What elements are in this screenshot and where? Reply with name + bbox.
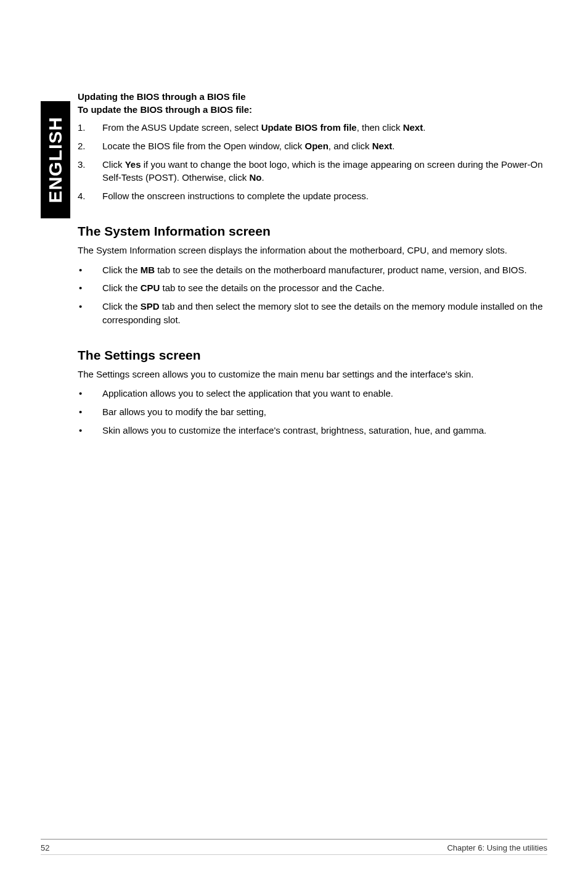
list-text: Click the MB tab to see the details on t… bbox=[102, 263, 546, 277]
list-text: Click the SPD tab and then select the me… bbox=[102, 300, 546, 327]
step-number: 4. bbox=[78, 189, 102, 203]
list-item: • Click the MB tab to see the details on… bbox=[78, 263, 546, 277]
step-number: 2. bbox=[78, 139, 102, 153]
list-text: Bar allows you to modify the bar setting… bbox=[102, 405, 546, 419]
section-subheading: To update the BIOS through a BIOS file: bbox=[78, 104, 546, 115]
step-item: 2. Locate the BIOS file from the Open wi… bbox=[78, 139, 546, 153]
step-item: 1. From the ASUS Update screen, select U… bbox=[78, 121, 546, 134]
list-item: • Bar allows you to modify the bar setti… bbox=[78, 405, 546, 419]
bullet-icon: • bbox=[78, 405, 102, 419]
step-item: 3. Click Yes if you want to change the b… bbox=[78, 158, 546, 185]
bullet-icon: • bbox=[78, 424, 102, 437]
step-number: 3. bbox=[78, 158, 102, 185]
bullet-icon: • bbox=[78, 300, 102, 327]
list-text: Click the CPU tab to see the details on … bbox=[102, 281, 546, 295]
bullet-icon: • bbox=[78, 387, 102, 400]
list-text: Skin allows you to customize the interfa… bbox=[102, 424, 546, 437]
step-number: 1. bbox=[78, 121, 102, 134]
section-paragraph: The System Information screen displays t… bbox=[78, 244, 546, 257]
section-heading: The System Information screen bbox=[78, 224, 546, 239]
bullet-icon: • bbox=[78, 281, 102, 295]
list-item: • Application allows you to select the a… bbox=[78, 387, 546, 400]
section-settings: The Settings screen The Settings screen … bbox=[78, 348, 546, 437]
step-item: 4. Follow the onscreen instructions to c… bbox=[78, 189, 546, 203]
page-number: 52 bbox=[41, 843, 49, 852]
section-updating-bios: Updating the BIOS through a BIOS file To… bbox=[78, 91, 546, 203]
section-system-info: The System Information screen The System… bbox=[78, 224, 546, 327]
step-text: Locate the BIOS file from the Open windo… bbox=[102, 139, 546, 153]
step-text: Click Yes if you want to change the boot… bbox=[102, 158, 546, 185]
step-text: Follow the onscreen instructions to comp… bbox=[102, 189, 546, 203]
list-text: Application allows you to select the app… bbox=[102, 387, 546, 400]
section-heading: The Settings screen bbox=[78, 348, 546, 363]
page-footer: 52 Chapter 6: Using the utilities bbox=[41, 839, 547, 852]
language-label: ENGLISH bbox=[45, 117, 66, 203]
list-item: • Skin allows you to customize the inter… bbox=[78, 424, 546, 437]
section-heading: Updating the BIOS through a BIOS file bbox=[78, 91, 546, 102]
bullet-icon: • bbox=[78, 263, 102, 277]
bullet-list: • Click the MB tab to see the details on… bbox=[78, 263, 546, 327]
chapter-label: Chapter 6: Using the utilities bbox=[447, 843, 547, 852]
list-item: • Click the SPD tab and then select the … bbox=[78, 300, 546, 327]
main-content: Updating the BIOS through a BIOS file To… bbox=[78, 91, 546, 458]
step-text: From the ASUS Update screen, select Upda… bbox=[102, 121, 546, 134]
section-paragraph: The Settings screen allows you to custom… bbox=[78, 368, 546, 381]
numbered-steps: 1. From the ASUS Update screen, select U… bbox=[78, 121, 546, 203]
list-item: • Click the CPU tab to see the details o… bbox=[78, 281, 546, 295]
bullet-list: • Application allows you to select the a… bbox=[78, 387, 546, 437]
footer-divider bbox=[41, 854, 547, 855]
language-tab: ENGLISH bbox=[41, 101, 70, 218]
